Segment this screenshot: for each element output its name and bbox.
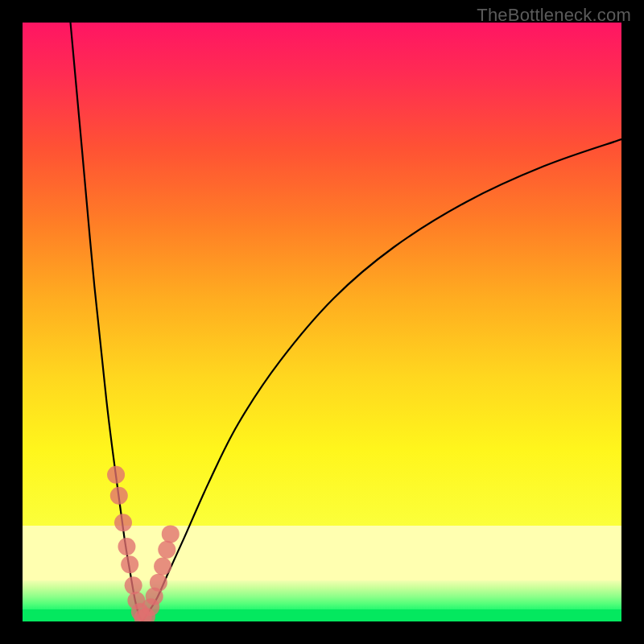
highlight-dot: [121, 555, 138, 573]
highlight-dot: [154, 558, 171, 576]
highlight-dot: [107, 466, 125, 484]
attribution-text: TheBottleneck.com: [477, 5, 631, 26]
highlight-dot: [125, 576, 142, 594]
chart-stage: TheBottleneck.com: [0, 0, 644, 644]
curve-right-branch: [142, 139, 621, 621]
highlight-dots-group: [107, 466, 180, 621]
curve-group: [71, 23, 621, 621]
highlight-dot: [118, 538, 135, 555]
highlight-dot: [162, 525, 180, 543]
curve-left-branch: [71, 23, 142, 621]
curves-layer: [23, 23, 621, 621]
highlight-dot: [150, 574, 167, 592]
plot-area: [23, 23, 621, 621]
highlight-dot: [158, 541, 175, 559]
highlight-dot: [114, 514, 132, 531]
highlight-dot: [110, 487, 128, 505]
